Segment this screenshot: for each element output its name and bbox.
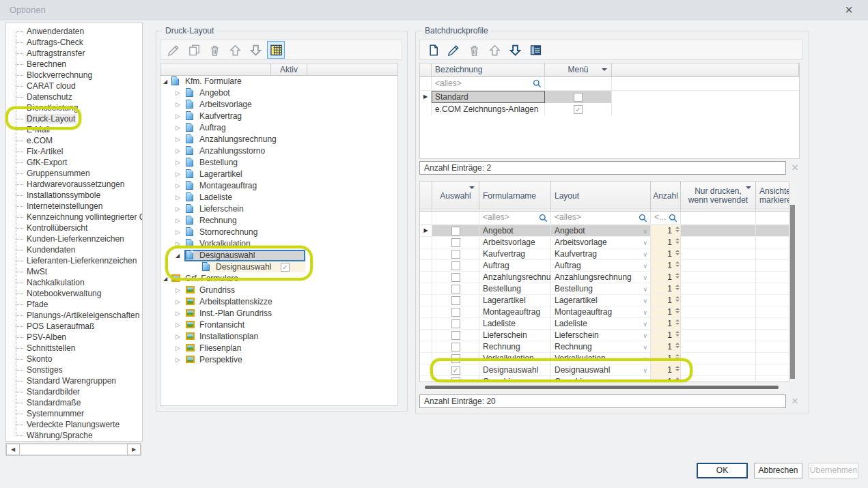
sidebar-item[interactable]: Standardmaße — [10, 397, 142, 408]
scroll-track[interactable] — [21, 444, 126, 455]
tree-item[interactable]: ▷Frontansicht — [160, 319, 397, 331]
sidebar-item[interactable]: Installationssymbole — [10, 190, 142, 201]
sidebar-item[interactable]: E-Mail — [10, 124, 142, 135]
dropdown-chevron-icon[interactable]: ∨ — [643, 319, 647, 330]
anzahl-cell[interactable]: 1 — [651, 318, 681, 330]
expand-icon[interactable]: ▷ — [176, 216, 180, 226]
trash-icon[interactable] — [465, 41, 483, 59]
auswahl-checkbox[interactable] — [451, 319, 460, 328]
layout-cell[interactable]: Grundriss∨ — [551, 376, 651, 382]
nur-drucken-cell[interactable] — [681, 283, 756, 295]
anzahl-cell[interactable]: 1 — [651, 295, 681, 306]
ansichten-markieren-cell[interactable] — [756, 306, 789, 318]
trash-icon[interactable] — [206, 41, 223, 59]
tree-item[interactable]: ◢Kfm. Formulare — [160, 76, 397, 87]
close-icon[interactable]: × — [841, 2, 857, 18]
collapse-icon[interactable]: ◢ — [163, 76, 167, 87]
auswahl-checkbox[interactable] — [451, 285, 460, 293]
form-row[interactable]: LieferscheinLieferschein∨1 — [420, 330, 789, 341]
anzahl-cell[interactable]: 1 — [651, 330, 681, 341]
dropdown-chevron-icon[interactable]: ∨ — [643, 284, 647, 295]
auswahl-cell[interactable] — [432, 272, 479, 283]
column-header-auswahl[interactable]: Auswahl — [432, 182, 479, 211]
form-row[interactable]: BestellungBestellung∨1 — [420, 283, 789, 295]
sidebar-item[interactable]: Dienstleistung — [10, 102, 142, 113]
sidebar-item[interactable]: Sonstiges — [10, 364, 142, 375]
form-row[interactable]: MontageauftragMontageauftrag∨1 — [420, 306, 789, 318]
ansichten-markieren-cell[interactable] — [756, 225, 789, 237]
collapse-icon[interactable]: ◢ — [163, 274, 167, 284]
sidebar-item[interactable]: Notebookverwaltung — [10, 288, 142, 299]
expand-icon[interactable]: ▷ — [176, 320, 180, 330]
anzahl-cell[interactable]: 1 — [651, 272, 681, 283]
dropdown-chevron-icon[interactable]: ∨ — [643, 249, 647, 260]
dropdown-chevron-icon[interactable]: ∨ — [643, 354, 647, 364]
sidebar-item[interactable]: Kennzeichnung vollintegrierter Geräte — [10, 212, 142, 223]
sidebar-item[interactable]: Auftrags-Check — [10, 37, 142, 48]
tree-item[interactable]: ▷Lieferschein — [160, 203, 397, 215]
menu-checkbox[interactable]: ✓ — [574, 105, 583, 114]
expand-icon[interactable]: ▷ — [176, 343, 180, 354]
expand-icon[interactable]: ▷ — [176, 285, 180, 296]
sidebar-item[interactable]: POS Laseraufmaß — [10, 321, 142, 332]
layout-cell[interactable]: Vorkalkulation∨ — [551, 353, 651, 364]
clear-filter-icon[interactable]: × — [788, 161, 802, 175]
scrollbar-thumb[interactable] — [790, 205, 795, 379]
auswahl-checkbox[interactable]: ✓ — [451, 366, 460, 375]
auswahl-checkbox[interactable] — [451, 308, 460, 317]
layout-cell[interactable]: Rechnung∨ — [551, 341, 651, 353]
cancel-button[interactable]: Abbrechen — [754, 463, 802, 478]
column-header-ansichten-markieren[interactable]: Ansichten markieren — [756, 182, 789, 211]
copy-icon[interactable] — [185, 41, 203, 59]
tree-item[interactable]: ▷Installationsplan — [160, 331, 397, 343]
tree-item[interactable]: ▷Montageauftrag — [160, 180, 397, 192]
dropdown-chevron-icon[interactable]: ∨ — [643, 238, 647, 248]
layout-cell[interactable]: Ladeliste∨ — [551, 318, 651, 330]
auswahl-checkbox[interactable] — [451, 331, 460, 340]
formularname-filter-input[interactable]: <alles> — [479, 212, 551, 225]
tree-item[interactable]: ▷Rechnung — [160, 215, 397, 227]
filter-dropdown-icon[interactable] — [746, 186, 751, 192]
profile-row[interactable]: e.COM Zeichnungs-Anlagen✓ — [420, 103, 799, 115]
column-header-layout[interactable]: Layout — [551, 182, 651, 211]
form-row[interactable]: KaufvertragKaufvertrag∨1 — [420, 248, 789, 260]
anzahl-cell[interactable]: 1 — [651, 283, 681, 295]
auswahl-checkbox[interactable] — [451, 354, 460, 363]
sidebar-item[interactable]: Hardwarevoraussetzungen — [10, 179, 142, 190]
form-row[interactable]: ▶AngebotAngebot∨1 — [420, 225, 789, 237]
expand-icon[interactable]: ▷ — [176, 111, 180, 121]
expand-icon[interactable]: ▷ — [176, 134, 180, 145]
sidebar-item[interactable]: Kundendaten — [10, 244, 142, 255]
apply-button[interactable]: Übernehmen — [809, 463, 858, 478]
number-spinner[interactable] — [675, 308, 680, 313]
auswahl-cell[interactable] — [432, 283, 479, 295]
tree-item[interactable]: ▷Ladeliste — [160, 192, 397, 203]
auswahl-checkbox[interactable] — [451, 343, 460, 351]
sidebar-item[interactable]: Standardbilder — [10, 386, 142, 397]
form-row[interactable]: AuftragAuftrag∨1 — [420, 260, 789, 272]
scrollbar-thumb[interactable] — [425, 386, 779, 389]
expand-icon[interactable]: ▷ — [176, 88, 180, 98]
arrow-down-icon[interactable] — [247, 41, 264, 59]
search-icon[interactable] — [639, 214, 647, 223]
sidebar-item[interactable]: Pfade — [10, 299, 142, 310]
number-spinner[interactable] — [675, 377, 680, 382]
form-row[interactable]: LadelisteLadeliste∨1 — [420, 318, 789, 330]
sidebar-item[interactable]: PSV-Alben — [10, 332, 142, 343]
nur-drucken-cell[interactable] — [681, 353, 756, 364]
anzahl-cell[interactable]: 1 — [651, 376, 681, 382]
column-header-nur-drucken[interactable]: Nur drucken, wenn verwendet — [681, 182, 756, 211]
expand-icon[interactable]: ▷ — [176, 169, 180, 180]
sidebar-item[interactable]: GfK-Export — [10, 157, 142, 168]
expand-icon[interactable]: ▷ — [176, 204, 180, 214]
number-spinner[interactable] — [675, 238, 680, 244]
column-header-formularname[interactable]: Formularname — [479, 182, 551, 211]
sidebar-item[interactable]: Auftragstransfer — [10, 48, 142, 59]
sidebar-item[interactable]: Gruppensummen — [10, 168, 142, 179]
tree-item[interactable]: ▷Vorkalkulation — [160, 238, 397, 250]
ansichten-markieren-cell[interactable] — [756, 353, 789, 364]
expand-icon[interactable]: ▷ — [176, 308, 180, 319]
nur-drucken-cell[interactable] — [681, 295, 756, 306]
tree-item[interactable]: ▷Stornorechnung — [160, 227, 397, 238]
clear-filter-icon[interactable]: × — [788, 394, 802, 408]
